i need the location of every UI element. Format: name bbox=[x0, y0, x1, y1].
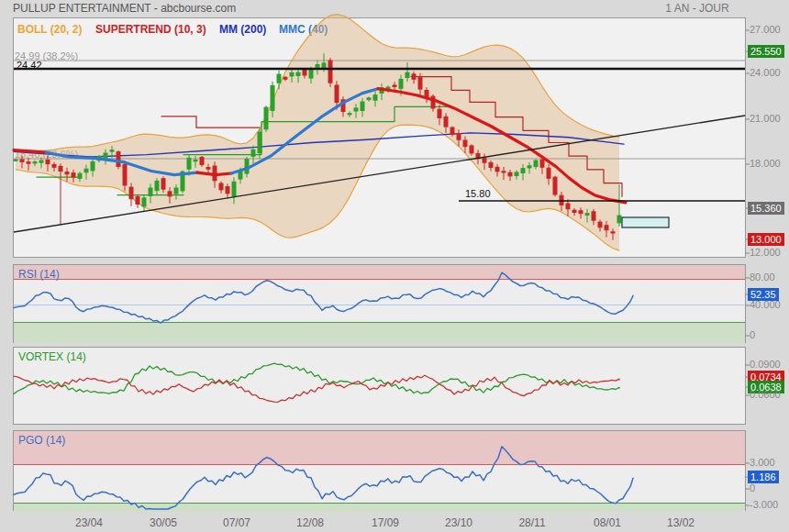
fib-236-label[interactable]: 18.40 (23.6%) bbox=[15, 149, 78, 160]
rsi-panel[interactable]: RSI (14) bbox=[13, 264, 746, 343]
pgo-oversold-line bbox=[14, 503, 745, 504]
axis-tick-label: 0 bbox=[750, 482, 755, 493]
rsi-label: RSI (14) bbox=[18, 268, 60, 281]
x-axis-date-label: 30/05 bbox=[150, 516, 177, 529]
axis-tick-label: 12.000 bbox=[750, 247, 781, 258]
x-axis-date-label: 23/10 bbox=[445, 516, 472, 529]
x-axis-date-label: 12/08 bbox=[296, 516, 324, 529]
x-axis-date-label: 28/11 bbox=[518, 516, 545, 529]
rsi-mid-line bbox=[14, 305, 745, 305]
legend-supertrend[interactable]: SUPERTREND (10, 3) bbox=[95, 23, 206, 36]
x-axis-date-label: 13/02 bbox=[667, 516, 695, 529]
axis-tick-label: -3.000 bbox=[750, 499, 778, 510]
timeframe-label[interactable]: 1 AN - JOUR bbox=[633, 2, 761, 15]
pgo-panel[interactable]: PGO (14) bbox=[13, 430, 746, 511]
legend-boll[interactable]: BOLL (20, 2) bbox=[17, 23, 82, 36]
legend-mmc[interactable]: MMC (40) bbox=[279, 23, 328, 36]
rsi-oversold-line bbox=[14, 322, 745, 323]
axis-value-badge: 15.360 bbox=[748, 202, 784, 215]
chart-page: { "header": {"title": "PULLUP ENTERTAINM… bbox=[0, 0, 789, 532]
axis-value-badge: 13.000 bbox=[748, 233, 784, 246]
axis-value-badge: 1.186 bbox=[748, 471, 779, 483]
axis-tick-label: 0.0600 bbox=[750, 389, 781, 400]
axis-tick-label: 40.000 bbox=[750, 299, 781, 310]
main-price-panel[interactable]: BOLL (20, 2) SUPERTREND (10, 3) MM (200)… bbox=[13, 17, 746, 258]
level-2442-label[interactable]: 24.42 bbox=[17, 60, 42, 71]
axis-tick-label: 0 bbox=[750, 329, 755, 340]
axis-tick-label: 3.000 bbox=[750, 457, 775, 468]
x-axis-date-label: 17/09 bbox=[372, 516, 399, 529]
x-axis-date-label: 07/07 bbox=[223, 516, 250, 529]
rsi-overbought-band bbox=[14, 265, 745, 279]
chart-title: PULLUP ENTERTAINMENT - abcbourse.com bbox=[13, 2, 236, 15]
pgo-overbought-band bbox=[14, 431, 745, 464]
axis-tick-label: 80.00 bbox=[750, 272, 775, 283]
axis-tick-label: 21.000 bbox=[750, 113, 781, 124]
rsi-oversold-band bbox=[14, 322, 745, 343]
rsi-overbought-line bbox=[14, 279, 745, 280]
axis-tick-label: 24.000 bbox=[750, 67, 781, 78]
pgo-overbought-line bbox=[14, 464, 745, 465]
vortex-label: VORTEX (14) bbox=[18, 350, 86, 363]
x-axis-date-label: 23/04 bbox=[75, 516, 103, 529]
axis-tick-label: 27.000 bbox=[750, 24, 781, 35]
level-1580-label[interactable]: 15.80 bbox=[465, 188, 491, 199]
legend-mm[interactable]: MM (200) bbox=[219, 23, 266, 36]
axis-value-badge: 25.550 bbox=[748, 45, 784, 58]
pgo-label: PGO (14) bbox=[18, 434, 65, 447]
axis-tick-label: 0.0900 bbox=[750, 359, 781, 370]
vortex-panel[interactable]: VORTEX (14) bbox=[13, 347, 746, 425]
pgo-oversold-band bbox=[14, 503, 745, 512]
axis-tick-label: 18.000 bbox=[750, 158, 781, 169]
x-axis-date-label: 08/01 bbox=[594, 516, 621, 529]
